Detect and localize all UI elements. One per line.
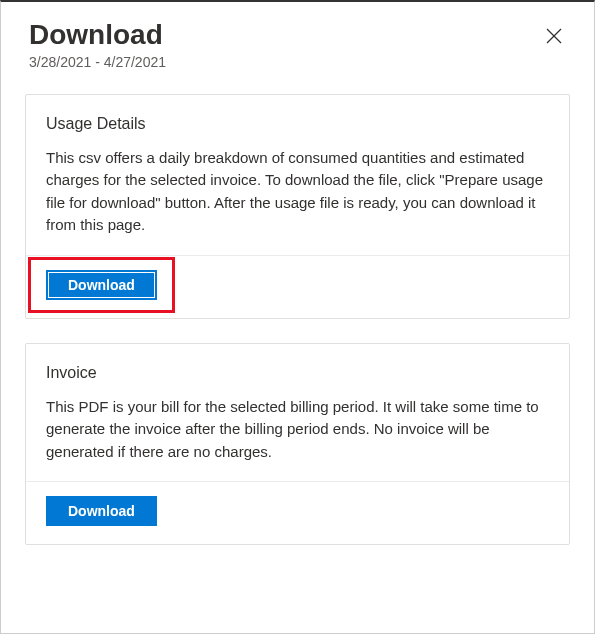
usage-card-description: This csv offers a daily breakdown of con… (46, 147, 549, 237)
usage-card-body: Usage Details This csv offers a daily br… (26, 95, 569, 255)
panel-header: Download 3/28/2021 - 4/27/2021 (1, 2, 594, 84)
highlight-wrapper: Download (46, 270, 157, 300)
download-panel: Download 3/28/2021 - 4/27/2021 Usage Det… (0, 0, 595, 634)
usage-card-title: Usage Details (46, 115, 549, 133)
invoice-card-footer: Download (26, 481, 569, 544)
invoice-download-button[interactable]: Download (46, 496, 157, 526)
header-text-block: Download 3/28/2021 - 4/27/2021 (29, 18, 166, 70)
page-title: Download (29, 18, 166, 52)
invoice-card-description: This PDF is your bill for the selected b… (46, 396, 549, 464)
close-button[interactable] (542, 24, 566, 51)
close-icon (546, 32, 562, 47)
panel-content: Usage Details This csv offers a daily br… (1, 84, 594, 546)
invoice-card-body: Invoice This PDF is your bill for the se… (26, 344, 569, 482)
usage-details-card: Usage Details This csv offers a daily br… (25, 94, 570, 319)
invoice-card-title: Invoice (46, 364, 549, 382)
usage-download-button[interactable]: Download (46, 270, 157, 300)
usage-card-footer: Download (26, 255, 569, 318)
date-range: 3/28/2021 - 4/27/2021 (29, 54, 166, 70)
invoice-card: Invoice This PDF is your bill for the se… (25, 343, 570, 546)
